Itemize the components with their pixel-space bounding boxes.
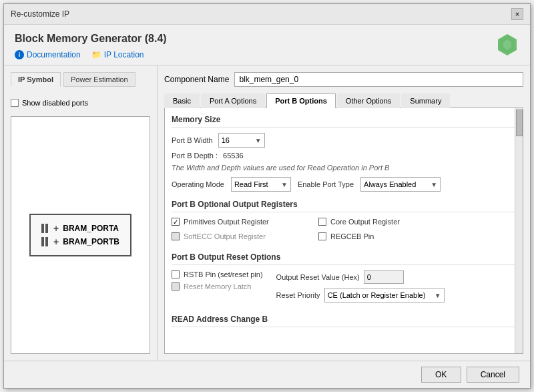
operating-mode-select[interactable]: Read First ▼ [231, 177, 291, 192]
component-name-row: Component Name [164, 72, 523, 87]
component-name-input[interactable] [234, 72, 523, 87]
ip-symbol-area: + BRAM_PORTA + BRAM_PORTB [11, 116, 150, 354]
output-registers-section: Port B Optional Output Registers ✓ Primi… [172, 200, 516, 244]
bram-port-a-row: + BRAM_PORTA [41, 223, 119, 234]
port-b-depth-row: Port B Depth : 65536 [172, 152, 516, 160]
header-title: Block Memory Generator (8.4) [15, 33, 167, 45]
chevron-down-icon-4: ▼ [435, 292, 441, 299]
memory-size-section: Memory Size Port B Width 16 ▼ Port B Dep… [172, 115, 516, 192]
rstb-pin-row: RSTB Pin (set/reset pin) [172, 270, 263, 278]
ip-location-link[interactable]: 📁 IP Location [91, 50, 144, 59]
dialog: Re-customize IP × Block Memory Generator… [3, 3, 531, 389]
main-content: IP Symbol Power Estimation Show disabled… [4, 65, 530, 361]
vivado-logo [495, 33, 519, 57]
show-disabled-checkbox[interactable] [11, 99, 19, 107]
reset-priority-select[interactable]: CE (Latch or Register Enable) ▼ [324, 288, 445, 303]
output-reset-label: Output Reset Value (Hex) [276, 273, 360, 281]
core-output-row: Core Output Register [318, 218, 452, 226]
memory-size-title: Memory Size [172, 115, 516, 128]
tab-other[interactable]: Other Options [337, 93, 400, 108]
softecc-output-row: SoftECC Output Register [172, 232, 305, 240]
reset-options-section: Port B Output Reset Options RSTB Pin (se… [172, 252, 516, 307]
port-b-width-label: Port B Width [172, 136, 213, 144]
scrollbar-thumb[interactable] [516, 110, 523, 136]
right-panel: Component Name Basic Port A Options Port… [158, 65, 530, 361]
tab-port-a[interactable]: Port A Options [201, 93, 265, 108]
tab-ip-symbol[interactable]: IP Symbol [11, 72, 61, 87]
regceb-checkbox[interactable] [318, 232, 326, 240]
show-disabled-row: Show disabled ports [11, 99, 150, 107]
reset-right: Output Reset Value (Hex) Reset Priority … [276, 270, 445, 307]
component-name-label: Component Name [164, 75, 229, 84]
chevron-down-icon-2: ▼ [281, 181, 288, 188]
softecc-output-label: SoftECC Output Register [184, 232, 266, 240]
tab-summary[interactable]: Summary [401, 93, 450, 108]
port-b-width-row: Port B Width 16 ▼ [172, 133, 516, 148]
reset-options-title: Port B Output Reset Options [172, 252, 516, 265]
enable-port-type-label: Enable Port Type [298, 180, 354, 188]
reset-left: RSTB Pin (set/reset pin) Reset Memory La… [172, 270, 263, 307]
enable-port-type-select[interactable]: Always Enabled ▼ [360, 177, 441, 192]
chevron-down-icon: ▼ [255, 137, 262, 144]
output-registers-checks: ✓ Primitives Output Register Core Output… [172, 218, 516, 244]
config-content: Memory Size Port B Width 16 ▼ Port B Dep… [164, 108, 523, 354]
close-button[interactable]: × [511, 8, 523, 20]
bram-box: + BRAM_PORTA + BRAM_PORTB [29, 214, 131, 256]
regceb-row: REGCEB Pin [318, 232, 452, 240]
info-icon: i [15, 50, 24, 59]
primitives-output-checkbox[interactable]: ✓ [172, 218, 180, 226]
primitives-output-row: ✓ Primitives Output Register [172, 218, 305, 226]
scrollbar[interactable] [515, 108, 523, 353]
rstb-pin-label: RSTB Pin (set/reset pin) [184, 270, 263, 278]
plus-icon-a: + [53, 223, 59, 234]
core-output-label: Core Output Register [330, 218, 400, 226]
cancel-button[interactable]: Cancel [467, 367, 519, 383]
header-links: i Documentation 📁 IP Location [15, 50, 167, 59]
show-disabled-label: Show disabled ports [22, 99, 88, 107]
output-reset-input[interactable] [364, 270, 404, 284]
title-bar-text: Re-customize IP [11, 9, 69, 19]
tab-port-b[interactable]: Port B Options [266, 93, 336, 108]
tab-basic[interactable]: Basic [164, 93, 200, 108]
reset-memory-label: Reset Memory Latch [184, 282, 251, 290]
port-b-depth-value: 65536 [223, 152, 244, 160]
tab-power-estimation[interactable]: Power Estimation [63, 72, 136, 87]
rstb-pin-checkbox[interactable] [172, 270, 180, 278]
read-address-title: READ Address Change B [172, 315, 516, 327]
primitives-output-label: Primitives Output Register [184, 218, 269, 226]
reset-priority-label: Reset Priority [276, 291, 320, 299]
bram-port-b-row: + BRAM_PORTB [41, 236, 119, 247]
regceb-label: REGCEB Pin [330, 232, 374, 240]
operating-mode-row: Operating Mode Read First ▼ Enable Port … [172, 177, 516, 192]
reset-priority-row: Reset Priority CE (Latch or Register Ena… [276, 288, 445, 303]
bram-port-b-label: BRAM_PORTB [63, 237, 119, 246]
documentation-link[interactable]: i Documentation [15, 50, 81, 59]
width-depth-info: The Width and Depth values are used for … [172, 164, 516, 172]
softecc-output-checkbox[interactable] [172, 232, 180, 240]
header-section: Block Memory Generator (8.4) i Documenta… [4, 25, 530, 65]
plus-icon-b: + [53, 236, 59, 247]
operating-mode-label: Operating Mode [172, 180, 224, 188]
reset-memory-checkbox[interactable] [172, 282, 180, 290]
bus-lines-a [41, 224, 48, 233]
output-registers-title: Port B Optional Output Registers [172, 200, 516, 212]
core-output-checkbox[interactable] [318, 218, 326, 226]
reset-memory-row: Reset Memory Latch [172, 282, 263, 290]
left-panel: IP Symbol Power Estimation Show disabled… [4, 65, 158, 361]
bottom-bar: OK Cancel [4, 361, 530, 388]
port-b-depth-label: Port B Depth : [172, 152, 218, 160]
folder-icon: 📁 [91, 50, 101, 59]
port-b-width-select[interactable]: 16 ▼ [218, 133, 265, 148]
output-reset-value-row: Output Reset Value (Hex) [276, 270, 445, 284]
chevron-down-icon-3: ▼ [431, 181, 437, 188]
title-bar: Re-customize IP × [4, 4, 530, 25]
left-tabs: IP Symbol Power Estimation [11, 72, 150, 87]
config-tabs: Basic Port A Options Port B Options Othe… [164, 93, 523, 108]
read-address-section: READ Address Change B [172, 315, 516, 327]
ok-button[interactable]: OK [421, 367, 461, 383]
bus-lines-b [41, 237, 48, 246]
bram-port-a-label: BRAM_PORTA [63, 224, 119, 233]
